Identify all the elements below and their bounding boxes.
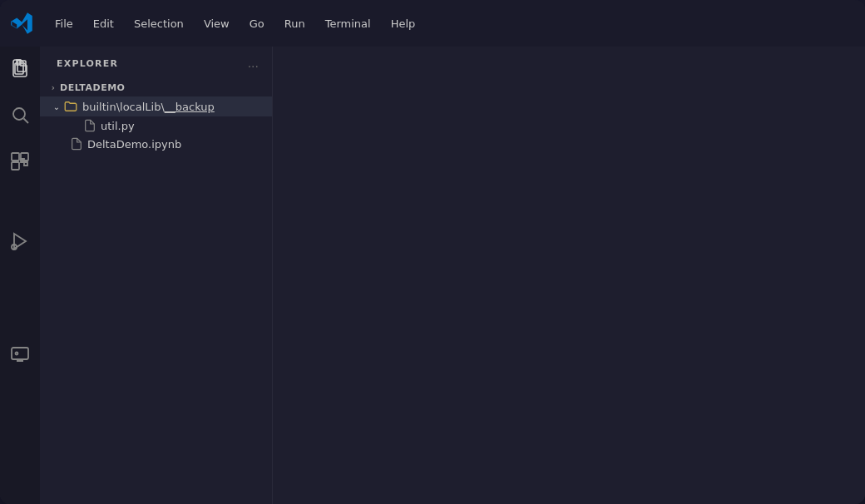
menu-bar: File Edit Selection View Go Run Terminal… bbox=[0, 0, 865, 47]
folder-icon bbox=[63, 99, 78, 114]
activity-search[interactable] bbox=[5, 100, 35, 130]
svg-point-3 bbox=[13, 108, 25, 120]
menu-selection[interactable]: Selection bbox=[126, 14, 192, 33]
tree-folder-backup[interactable]: ⌄ builtin\localLib\__backup bbox=[40, 96, 272, 116]
vscode-icon bbox=[10, 12, 33, 35]
activity-run-debug[interactable] bbox=[5, 226, 35, 256]
menu-view[interactable]: View bbox=[195, 14, 238, 33]
search-icon bbox=[10, 105, 30, 125]
sidebar: EXPLORER ... › DELTADEMO ⌄ bbox=[40, 47, 273, 504]
menu-terminal[interactable]: Terminal bbox=[317, 14, 379, 33]
tree-file-deltademo[interactable]: DeltaDemo.ipynb bbox=[40, 135, 272, 153]
menu-run[interactable]: Run bbox=[276, 14, 314, 33]
root-chevron-icon: › bbox=[47, 81, 60, 94]
svg-rect-7 bbox=[12, 162, 19, 170]
tree-root: › DELTADEMO ⌄ builtin\localLib\__backup bbox=[40, 75, 272, 156]
file-utilpy-label: util.py bbox=[101, 120, 135, 132]
run-debug-icon bbox=[10, 231, 30, 251]
menu-go[interactable]: Go bbox=[241, 14, 273, 33]
root-folder-label: DELTADEMO bbox=[60, 82, 125, 93]
folder-underline-label: __backup bbox=[165, 101, 215, 113]
tree-file-utilpy[interactable]: util.py bbox=[40, 116, 272, 135]
activity-remote[interactable] bbox=[5, 339, 35, 369]
menu-file[interactable]: File bbox=[47, 14, 82, 33]
extensions-icon bbox=[10, 151, 30, 171]
vscode-window: File Edit Selection View Go Run Terminal… bbox=[0, 0, 865, 504]
svg-line-4 bbox=[24, 119, 29, 124]
activity-explorer[interactable] bbox=[5, 53, 35, 83]
folder-chevron-icon: ⌄ bbox=[50, 100, 63, 113]
folder-path-label: builtin\localLib\__backup bbox=[82, 101, 215, 113]
activity-extensions[interactable] bbox=[5, 146, 35, 176]
sidebar-header: EXPLORER ... bbox=[40, 47, 272, 75]
explorer-label: EXPLORER bbox=[57, 58, 118, 69]
file-deltademo-label: DeltaDemo.ipynb bbox=[87, 138, 181, 151]
explorer-section: › DELTADEMO ⌄ builtin\localLib\__backup bbox=[40, 75, 272, 504]
svg-point-11 bbox=[16, 353, 18, 355]
file-icon-deltademo bbox=[70, 137, 83, 151]
files-icon bbox=[10, 58, 30, 78]
menu-help[interactable]: Help bbox=[383, 14, 424, 33]
main-area: EXPLORER ... › DELTADEMO ⌄ bbox=[0, 47, 865, 504]
sidebar-more-options[interactable]: ... bbox=[248, 57, 259, 70]
tree-root-folder[interactable]: › DELTADEMO bbox=[40, 78, 272, 96]
svg-rect-5 bbox=[12, 153, 19, 161]
svg-rect-10 bbox=[12, 348, 28, 359]
menu-edit[interactable]: Edit bbox=[85, 14, 122, 33]
activity-bar bbox=[0, 47, 40, 504]
editor-area bbox=[273, 47, 865, 504]
remote-icon bbox=[10, 344, 30, 364]
file-icon-utilpy bbox=[83, 119, 96, 132]
